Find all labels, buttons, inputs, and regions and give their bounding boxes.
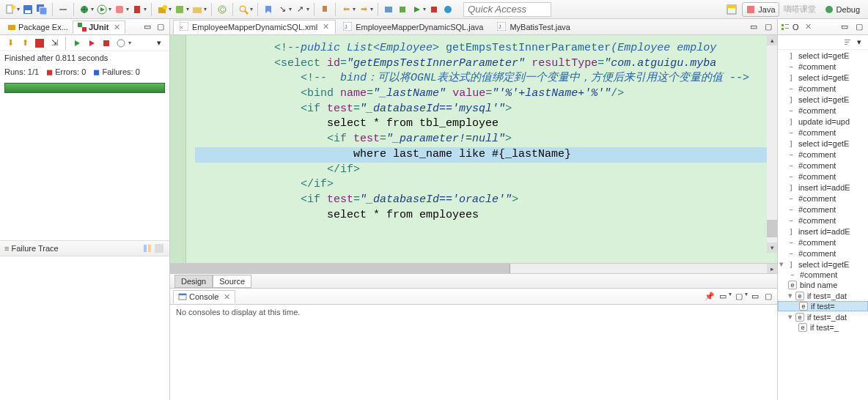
dropdown-icon[interactable]: ▾ bbox=[126, 6, 129, 12]
outline-item[interactable]: ▾–#comment bbox=[778, 149, 868, 160]
save-icon[interactable] bbox=[22, 4, 34, 15]
outline-item[interactable]: ▾eif test=_dat bbox=[778, 311, 868, 322]
code-line[interactable]: <select id="getEmpsTestInnerParameter" r… bbox=[195, 57, 716, 70]
gutter[interactable] bbox=[170, 35, 186, 263]
dropdown-icon[interactable]: ▾ bbox=[250, 6, 253, 12]
view-menu-icon[interactable]: ▾ bbox=[853, 37, 865, 48]
debug-icon[interactable] bbox=[78, 4, 90, 15]
close-icon[interactable]: ✕ bbox=[805, 22, 812, 32]
sort-icon[interactable] bbox=[842, 37, 853, 48]
minimize-icon[interactable]: ▭ bbox=[748, 21, 760, 33]
pin-console-icon[interactable]: 📌 bbox=[704, 291, 716, 303]
code-line[interactable]: <if test="_parameter!=null"> bbox=[195, 133, 512, 145]
code-line[interactable]: <bind name="_lastName" value="'%'+lastNa… bbox=[195, 87, 624, 100]
minimize-icon[interactable]: ▭ bbox=[839, 21, 850, 33]
maximize-icon[interactable]: ▢ bbox=[853, 21, 865, 33]
outline-item[interactable]: ▾–#comment bbox=[778, 193, 868, 204]
toggle-breadcrumb-icon[interactable] bbox=[57, 4, 69, 15]
quick-access-input[interactable] bbox=[463, 2, 551, 17]
outline-item[interactable]: ▾]select id=getE bbox=[778, 94, 868, 105]
display-console-icon[interactable]: ▭ bbox=[717, 291, 729, 303]
code-line[interactable]: <if test="_databaseId=='mysql'"> bbox=[195, 103, 512, 115]
open-type-icon[interactable]: C bbox=[216, 4, 228, 15]
dropdown-icon[interactable]: ▾ bbox=[306, 6, 309, 12]
java-perspective[interactable]: Java bbox=[742, 2, 779, 17]
run-last-icon[interactable] bbox=[114, 4, 125, 15]
outline-item[interactable]: ▾–#comment bbox=[778, 215, 868, 226]
outline-item[interactable]: ▾]insert id=addE bbox=[778, 182, 868, 193]
outline-item[interactable]: ▾]select id=getE bbox=[778, 72, 868, 83]
dropdown-icon[interactable]: ▾ bbox=[169, 6, 172, 12]
new-package-icon[interactable] bbox=[156, 4, 168, 15]
vertical-scrollbar[interactable]: ▴ ▾ bbox=[767, 35, 777, 253]
outline-item[interactable]: eif test= bbox=[778, 301, 868, 311]
maximize-icon[interactable]: ▢ bbox=[155, 21, 166, 33]
compare-icon[interactable] bbox=[141, 242, 153, 254]
outline-item[interactable]: ▾–#comment bbox=[778, 237, 868, 248]
view-menu-icon[interactable]: ▾ bbox=[153, 37, 165, 49]
run-icon[interactable] bbox=[96, 4, 108, 15]
close-icon[interactable]: ✕ bbox=[224, 292, 230, 302]
collapse-icon[interactable]: ▾ bbox=[788, 312, 792, 322]
outline-item[interactable]: ▾eif test=_dat bbox=[778, 290, 868, 301]
scroll-lock-icon[interactable]: ⇲ bbox=[48, 37, 60, 49]
dropdown-icon[interactable]: ▾ bbox=[423, 6, 426, 12]
outline-item[interactable]: ▾–#comment bbox=[778, 204, 868, 215]
external-tools-icon[interactable] bbox=[131, 4, 143, 15]
rerun-test-icon[interactable] bbox=[71, 37, 83, 49]
next-annotation-icon[interactable]: ↘ bbox=[276, 4, 288, 15]
package-explorer-tab[interactable]: Package Ex... bbox=[3, 21, 73, 33]
junit-tab[interactable]: JUnit ✕ bbox=[73, 21, 126, 34]
publish-icon[interactable] bbox=[442, 4, 454, 15]
junit-tree[interactable] bbox=[0, 96, 169, 240]
outline-item[interactable]: ▾–#comment bbox=[778, 83, 868, 94]
debug-perspective[interactable]: Debug bbox=[820, 2, 864, 17]
history-icon[interactable] bbox=[115, 37, 127, 49]
dropdown-icon[interactable]: ▾ bbox=[289, 6, 292, 12]
stop-icon[interactable] bbox=[100, 37, 112, 49]
code-line[interactable]: <!--public List<Employee> getEmpsTestInn… bbox=[195, 42, 716, 54]
pin-icon[interactable] bbox=[319, 4, 331, 15]
editor-tab[interactable]: JMyBatisTest.java bbox=[490, 20, 577, 34]
code-line[interactable]: select * from employees bbox=[195, 209, 479, 221]
minimize-icon[interactable]: ▭ bbox=[749, 291, 761, 303]
deploy-icon[interactable] bbox=[397, 4, 408, 15]
maximize-icon[interactable]: ▢ bbox=[762, 291, 774, 303]
code-line[interactable]: select * from tbl_employee bbox=[195, 117, 499, 130]
outline-item[interactable]: ▾]insert id=addE bbox=[778, 226, 868, 237]
code-line[interactable]: <if test="_databaseId=='oracle'"> bbox=[195, 193, 518, 206]
close-icon[interactable]: ✕ bbox=[323, 22, 329, 32]
toggle-mark-icon[interactable] bbox=[262, 4, 274, 15]
editor-tab[interactable]: xEmployeeMapperDynamicSQL.xml✕ bbox=[173, 20, 336, 34]
horizontal-scrollbar[interactable]: ◂▸ bbox=[170, 263, 777, 273]
dropdown-icon[interactable]: ▾ bbox=[353, 6, 356, 12]
outline-item[interactable]: ▾]select id=getE bbox=[778, 259, 868, 270]
forward-icon[interactable]: ➡ bbox=[358, 4, 369, 15]
prev-annotation-icon[interactable]: ↗ bbox=[294, 4, 306, 15]
minimize-icon[interactable]: ▭ bbox=[141, 21, 153, 33]
editor-tab[interactable]: JEmployeeMapperDynamicSQL.java bbox=[336, 20, 490, 34]
dropdown-icon[interactable]: ▾ bbox=[204, 6, 207, 12]
outline-item[interactable]: eif test=_ bbox=[778, 322, 868, 333]
design-tab[interactable]: Design bbox=[174, 275, 213, 288]
filter-stack-icon[interactable] bbox=[153, 242, 165, 254]
collapse-icon[interactable]: ▾ bbox=[779, 259, 784, 269]
outline-item[interactable]: ▾–#comment bbox=[778, 171, 868, 182]
code-line[interactable]: </if> bbox=[195, 178, 334, 190]
back-icon[interactable]: ⬅ bbox=[340, 4, 352, 15]
new-menu-icon[interactable] bbox=[4, 4, 16, 15]
failure-trace-body[interactable] bbox=[0, 256, 169, 401]
outline-item[interactable]: ▾–#comment bbox=[778, 127, 868, 138]
outline-item[interactable]: ▾]update id=upd bbox=[778, 116, 868, 127]
code-line[interactable]: where last_name like #{_lastName} bbox=[195, 147, 777, 163]
new-server-icon[interactable] bbox=[383, 4, 394, 15]
next-failure-icon[interactable]: ⬇ bbox=[4, 37, 16, 49]
save-all-icon[interactable] bbox=[36, 4, 48, 15]
outline-item[interactable]: ▾]select id=getE bbox=[778, 50, 868, 61]
close-icon[interactable]: ✕ bbox=[114, 23, 120, 32]
dropdown-icon[interactable]: ▾ bbox=[186, 6, 189, 12]
dropdown-icon[interactable]: ▾ bbox=[17, 6, 20, 12]
outline-item[interactable]: ▾–#comment bbox=[778, 61, 868, 72]
maximize-icon[interactable]: ▢ bbox=[762, 21, 774, 33]
outline-item[interactable]: ▾–#comment bbox=[778, 248, 868, 259]
